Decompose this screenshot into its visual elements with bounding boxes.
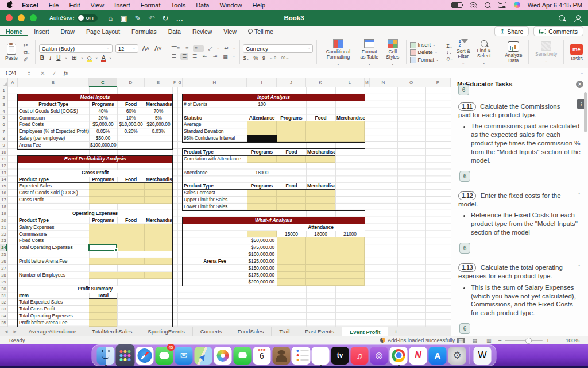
page-layout-view-button[interactable]: ▤ xyxy=(471,338,479,343)
input-cell-K24[interactable] xyxy=(306,244,335,251)
column-header-J[interactable]: J xyxy=(277,78,306,87)
select-all-corner[interactable] xyxy=(0,78,8,87)
cell-E3[interactable]: Merchandise xyxy=(145,101,172,108)
column-header-G[interactable]: G xyxy=(177,78,183,87)
cell-C14[interactable]: Programs xyxy=(89,177,117,183)
cell-K5[interactable]: Food xyxy=(306,115,335,122)
input-cell-J24[interactable] xyxy=(277,244,306,251)
font-size-select[interactable]: 12⌄ xyxy=(115,44,138,53)
analyze-data-button[interactable]: Analyze Data xyxy=(502,40,525,64)
sheet-tab-event-profit[interactable]: Event Profit xyxy=(342,327,388,336)
dock-app-photos[interactable] xyxy=(214,345,233,366)
row-header-32[interactable]: 32 xyxy=(0,299,7,306)
increase-indent-icon[interactable]: ⇥ xyxy=(211,53,219,60)
row-header-5[interactable]: 5 xyxy=(0,115,7,122)
input-cell-C32[interactable] xyxy=(89,299,117,306)
dock-app-word[interactable]: W xyxy=(473,345,492,366)
cancel-entry-icon[interactable]: ✕ xyxy=(40,70,45,76)
autosum-button[interactable]: Σ⌄ xyxy=(446,43,453,49)
row-header-22[interactable]: 22 xyxy=(0,231,7,238)
cell-H11[interactable]: Correlation with Attendance xyxy=(183,156,247,163)
ribbon-tab-page-layout[interactable]: Page Layout xyxy=(80,27,126,36)
cell-J22[interactable]: 15000 xyxy=(277,231,306,238)
cell-J21[interactable]: Attendance xyxy=(277,224,365,231)
input-cell-J6[interactable] xyxy=(277,121,306,128)
cell-B13[interactable]: Gross Profit xyxy=(18,170,172,177)
cell-B26[interactable]: Profit before Arena Fee xyxy=(18,258,89,265)
row-header-9[interactable]: 9 xyxy=(0,142,7,149)
sheet-tab-totalmerchsales[interactable]: TotalMerchSales xyxy=(84,327,140,336)
menu-item-window[interactable]: Window xyxy=(214,2,247,9)
add-sheet-button[interactable]: + xyxy=(388,327,404,336)
cell-E14[interactable]: Merchandise xyxy=(145,177,172,183)
cell-D6[interactable]: $10,000.00 xyxy=(117,121,145,128)
titlebar-search-icon[interactable] xyxy=(559,15,565,21)
insert-cells-button[interactable]: Insert⌄ xyxy=(410,42,439,48)
menu-item-tools[interactable]: Tools xyxy=(165,2,191,9)
menu-app-name[interactable]: Excel xyxy=(17,2,44,9)
cell-B14[interactable]: Product Type xyxy=(18,177,89,183)
delete-cells-button[interactable]: Delete⌄ xyxy=(410,49,439,56)
column-header-F[interactable]: F xyxy=(172,78,177,87)
sheet-tab-concerts[interactable]: Concerts xyxy=(193,327,230,336)
input-cell-K16[interactable] xyxy=(306,190,335,197)
sheet-tab-sportingevents[interactable]: SportingEvents xyxy=(140,327,192,336)
cell-C5[interactable]: 20% xyxy=(89,115,117,122)
input-cell-L28[interactable] xyxy=(335,272,365,279)
normal-view-button[interactable]: ▦ xyxy=(457,338,465,343)
row-header-18[interactable]: 18 xyxy=(0,204,7,210)
row-header-27[interactable]: 27 xyxy=(0,265,7,272)
column-header-A[interactable]: A xyxy=(8,78,18,87)
input-cell-D17[interactable] xyxy=(117,197,145,204)
cell-E6[interactable]: $20,000.00 xyxy=(145,121,172,128)
input-cell-C17[interactable] xyxy=(89,197,117,204)
cell-B34[interactable]: Total Operating Expenses xyxy=(18,313,89,320)
italic-button[interactable]: I xyxy=(48,55,52,61)
input-cell-L25[interactable] xyxy=(335,251,365,258)
column-header-B[interactable]: B xyxy=(18,78,89,87)
cell-H13[interactable]: Attendance xyxy=(183,170,247,177)
cell-D7[interactable]: 0.20% xyxy=(117,128,145,135)
input-cell-J8[interactable] xyxy=(277,135,306,142)
cell-H17[interactable]: Upper Limit for Sales xyxy=(183,197,247,204)
fill-button[interactable]: ↓⌄ xyxy=(446,49,453,55)
cell-I23[interactable]: $50,000.00 xyxy=(247,237,277,244)
row-header-12[interactable]: 12 xyxy=(0,163,7,170)
cell-I25[interactable]: $100,000.00 xyxy=(247,251,277,258)
row-header-20[interactable]: 20 xyxy=(0,217,7,224)
input-cell-K6[interactable] xyxy=(306,121,335,128)
cell-B32[interactable]: Total Expected Sales xyxy=(18,299,89,306)
cell-H8[interactable]: 95% Confidence Interval xyxy=(183,135,247,142)
menu-item-data[interactable]: Data xyxy=(191,2,214,9)
cell-B21[interactable]: Salary Expenses xyxy=(18,224,89,231)
cell-B30[interactable]: Profit Summary xyxy=(18,286,172,293)
cell-I10[interactable]: Programs xyxy=(247,149,277,156)
dock-app-notes[interactable] xyxy=(311,345,330,366)
input-cell-D21[interactable] xyxy=(117,224,145,231)
font-color-button[interactable]: A xyxy=(101,55,106,61)
ribbon-tab-insert[interactable]: Insert xyxy=(28,27,55,36)
align-center-icon[interactable]: ☰ xyxy=(180,53,188,60)
save-icon[interactable]: ▣ xyxy=(120,14,127,22)
ribbon-tab-home[interactable]: Home xyxy=(0,27,28,36)
dock-app-settings[interactable]: ⚙ xyxy=(448,345,467,366)
input-cell-C26[interactable] xyxy=(89,258,117,265)
battery-icon[interactable] xyxy=(451,2,462,8)
cell-B33[interactable]: Total Gross Profit xyxy=(18,306,89,313)
cell-styles-button[interactable]: Cell Styles⌄ xyxy=(383,38,403,67)
comments-button[interactable]: Comments xyxy=(533,26,583,36)
row-header-30[interactable]: 30 xyxy=(0,286,7,293)
row-header-4[interactable]: 4 xyxy=(0,108,7,115)
bold-button[interactable]: B xyxy=(39,55,45,61)
input-cell-J16[interactable] xyxy=(277,190,306,197)
row-header-23[interactable]: 23 xyxy=(0,237,7,244)
input-cell-E22[interactable] xyxy=(145,231,172,238)
conditional-formatting-button[interactable]: Conditional Formatting⌄ xyxy=(320,38,356,67)
row-header-14[interactable]: 14 xyxy=(0,177,7,183)
input-cell-K28[interactable] xyxy=(306,272,335,279)
column-header-L[interactable]: L xyxy=(335,78,365,87)
cell-B4[interactable]: Cost of Goods Sold (COGS) xyxy=(18,108,89,115)
row-header-10[interactable]: 10 xyxy=(0,149,7,156)
sheet-nav-left-icon[interactable]: ◀ xyxy=(5,329,7,334)
cell-H18[interactable]: Lower Limit for Sales xyxy=(183,204,247,210)
